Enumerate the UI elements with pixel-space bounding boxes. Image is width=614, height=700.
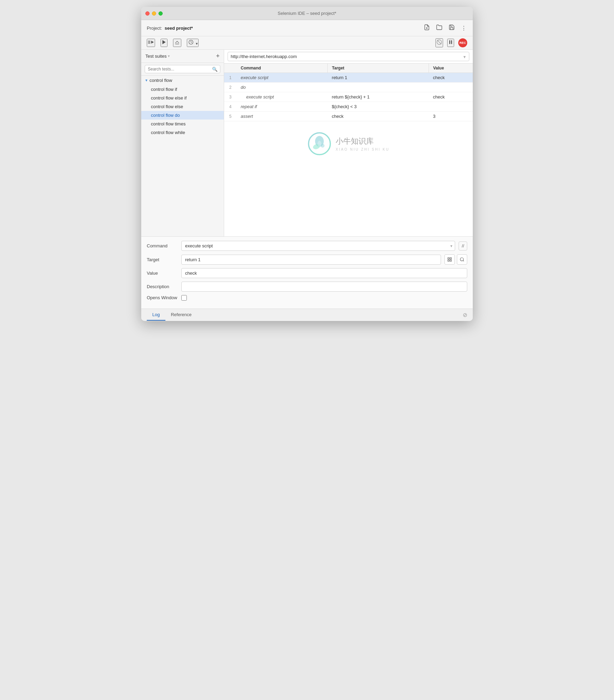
- toolbar-right: REC: [435, 38, 467, 47]
- table-row[interactable]: 3 execute script return ${check} + 1 che…: [224, 92, 473, 102]
- row-target: ${check} < 3: [328, 102, 429, 112]
- project-label: Project:: [147, 26, 162, 31]
- sidebar-group-label: control flow: [150, 78, 172, 83]
- title-bar: Selenium IDE – seed project*: [141, 7, 473, 20]
- clear-log-icon[interactable]: ⊘: [463, 312, 467, 318]
- svg-rect-20: [450, 260, 451, 261]
- table-row[interactable]: 4 repeat if ${check} < 3: [224, 102, 473, 112]
- content-area: Test suites ▾ + 🔍 ▼ control flow control: [141, 50, 473, 236]
- record-button[interactable]: REC: [458, 38, 467, 47]
- watermark-chinese-text: 小牛知识库: [336, 136, 390, 146]
- value-label: Value: [147, 271, 178, 276]
- add-test-suite-button[interactable]: +: [216, 53, 220, 60]
- svg-marker-6: [162, 40, 165, 44]
- traffic-lights: [145, 11, 163, 16]
- target-form-row: Target: [147, 254, 467, 265]
- url-bar: http://the-internet.herokuapp.com: [224, 50, 473, 64]
- select-element-button[interactable]: [444, 254, 455, 265]
- project-actions: ⋮: [423, 23, 467, 32]
- command-select-wrapper: execute script ▾: [181, 241, 455, 251]
- tab-log[interactable]: Log: [147, 309, 165, 321]
- window-title: Selenium IDE – seed project*: [278, 11, 336, 16]
- new-test-button[interactable]: [423, 23, 431, 32]
- sidebar-item-control-flow-else[interactable]: control flow else: [141, 102, 224, 111]
- table-body: 1 execute script return 1 check 2 do: [224, 73, 473, 121]
- col-target: Target: [328, 64, 429, 73]
- command-select[interactable]: execute script: [181, 241, 455, 251]
- app-body: Project: seed project* ⋮: [141, 20, 473, 321]
- pause-button[interactable]: [447, 39, 454, 47]
- description-form-row: Description: [147, 282, 467, 292]
- value-input[interactable]: [181, 268, 467, 278]
- url-select[interactable]: http://the-internet.herokuapp.com: [228, 52, 469, 61]
- svg-line-23: [463, 261, 464, 262]
- disable-breakpoints-button[interactable]: [435, 38, 443, 47]
- row-target: check: [328, 112, 429, 121]
- sidebar-item-control-flow-while[interactable]: control flow while: [141, 128, 224, 137]
- watermark-text-block: 小牛知识库 XIAO NIU ZHI SHI KU: [336, 136, 390, 151]
- opens-window-checkbox-wrapper: [181, 295, 187, 301]
- run-all-button[interactable]: [147, 39, 155, 47]
- row-num: 5: [224, 112, 237, 121]
- row-command: execute script: [237, 92, 328, 102]
- project-header: Project: seed project* ⋮: [141, 20, 473, 36]
- target-input[interactable]: [181, 255, 441, 265]
- command-label: Command: [147, 243, 178, 248]
- target-action-buttons: [444, 254, 467, 265]
- table-row[interactable]: 2 do: [224, 83, 473, 92]
- find-element-button[interactable]: [457, 254, 467, 265]
- help-button[interactable]: //: [459, 242, 467, 250]
- value-form-row: Value: [147, 268, 467, 278]
- sidebar-item-control-flow-do[interactable]: control flow do: [141, 111, 224, 120]
- row-command: do: [237, 83, 328, 92]
- opens-window-checkbox[interactable]: [181, 295, 187, 301]
- log-tabs-left: Log Reference: [147, 309, 197, 321]
- tab-reference[interactable]: Reference: [165, 309, 197, 321]
- command-table-wrapper: Command Target Value 1 execute script re…: [224, 64, 473, 236]
- row-value: [429, 83, 473, 92]
- toolbar: ▾ REC: [141, 36, 473, 50]
- watermark-area: 小牛知识库 XIAO NIU ZHI SHI KU: [224, 121, 473, 159]
- svg-rect-21: [448, 260, 449, 261]
- col-command: Command: [237, 64, 328, 73]
- row-command: repeat if: [237, 102, 328, 112]
- table-row[interactable]: 5 assert check 3: [224, 112, 473, 121]
- description-input[interactable]: [181, 282, 467, 292]
- main-window: Selenium IDE – seed project* Project: se…: [141, 7, 473, 321]
- row-value: [429, 102, 473, 112]
- minimize-button[interactable]: [152, 11, 156, 16]
- sidebar-item-control-flow-times[interactable]: control flow times: [141, 120, 224, 128]
- sidebar-list: ▼ control flow control flow if control f…: [141, 76, 224, 236]
- log-tabs: Log Reference ⊘: [141, 309, 473, 321]
- sidebar-group-control-flow[interactable]: ▼ control flow: [141, 76, 224, 85]
- command-table: Command Target Value 1 execute script re…: [224, 64, 473, 121]
- maximize-button[interactable]: [159, 11, 163, 16]
- command-form-row: Command execute script ▾ //: [147, 241, 467, 251]
- row-value: 3: [429, 112, 473, 121]
- step-over-button[interactable]: [173, 39, 181, 47]
- row-target: [328, 83, 429, 92]
- row-num: 1: [224, 73, 237, 83]
- open-project-button[interactable]: [435, 23, 443, 32]
- search-input[interactable]: [145, 65, 220, 73]
- table-row[interactable]: 1 execute script return 1 check: [224, 73, 473, 83]
- run-test-button[interactable]: [161, 39, 167, 47]
- target-label: Target: [147, 257, 178, 262]
- row-num: 3: [224, 92, 237, 102]
- sidebar-item-control-flow-if[interactable]: control flow if: [141, 85, 224, 94]
- test-suites-label: Test suites: [145, 54, 166, 59]
- speed-button[interactable]: ▾: [187, 39, 199, 47]
- opens-window-label: Opens Window: [147, 295, 178, 301]
- close-button[interactable]: [145, 11, 150, 16]
- sidebar-header-title: Test suites ▾: [145, 54, 170, 59]
- svg-rect-12: [451, 40, 452, 44]
- opens-window-form-row: Opens Window: [147, 295, 467, 301]
- sidebar-item-control-flow-else-if[interactable]: control flow else if: [141, 94, 224, 102]
- more-options-button[interactable]: ⋮: [460, 24, 467, 32]
- svg-point-22: [460, 258, 463, 261]
- bottom-panel: Command execute script ▾ // Target: [141, 236, 473, 309]
- sidebar: Test suites ▾ + 🔍 ▼ control flow control: [141, 50, 224, 236]
- search-box: 🔍: [141, 63, 224, 76]
- table-header: Command Target Value: [224, 64, 473, 73]
- save-project-button[interactable]: [448, 23, 455, 32]
